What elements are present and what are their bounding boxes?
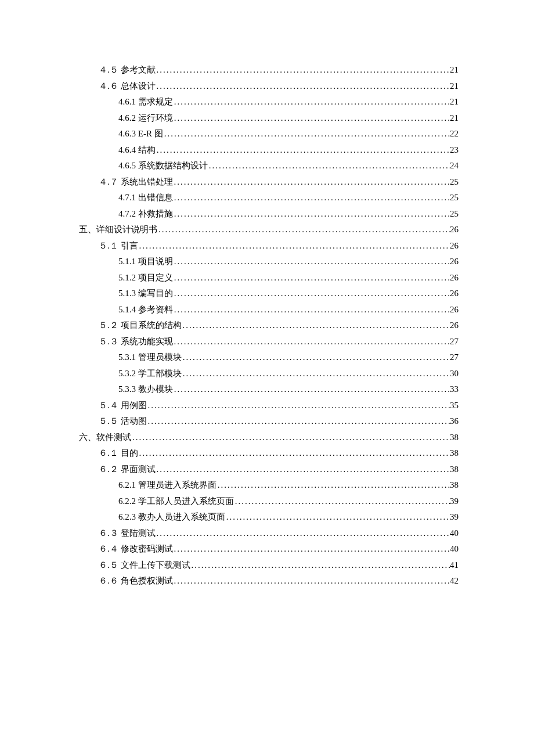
toc-leader: ........................................… [131,430,450,444]
toc-page-number: 33 [450,382,459,396]
toc-title: ６.４ 修改密码测试 [99,542,173,556]
toc-title: 6.2.1 管理员进入系统界面 [118,478,217,492]
document-page: ４.５ 参考文献................................… [0,0,534,756]
toc-row: 4.6.4 结构................................… [79,143,459,157]
toc-leader: ........................................… [173,574,450,588]
toc-page-number: 24 [450,159,459,172]
toc-leader: ........................................… [156,63,450,77]
toc-leader: ........................................… [157,222,450,236]
toc-row: ５.２ 项目系统的结构.............................… [79,318,459,332]
toc-row: 5.1.3 编写目的..............................… [79,286,459,300]
toc-page-number: 26 [450,271,459,285]
toc-row: ６.２ 界面测试................................… [79,462,459,476]
toc-row: ５.１ 引言..................................… [79,239,459,253]
toc-row: 5.3.2 学工部模块.............................… [79,366,459,380]
toc-title: 六、软件测试 [79,430,131,444]
toc-title: ４.７ 系统出错处理 [99,175,173,189]
toc-title: 5.1.1 项目说明 [118,254,173,268]
toc-title: ４.５ 参考文献 [99,63,156,77]
toc-title: 5.1.4 参考资料 [118,303,173,316]
toc-page-number: 38 [450,430,459,444]
toc-row: ５.５ 活动图.................................… [79,414,459,428]
toc-leader: ........................................… [147,414,450,428]
toc-row: 5.3.3 教办模块..............................… [79,382,459,396]
toc-row: 5.1.2 项目定义..............................… [79,271,459,285]
toc-leader: ........................................… [234,494,450,508]
toc-row: 6.2.2 学工部人员进入系统页面.......................… [79,494,459,508]
toc-title: ６.１ 目的 [99,446,138,460]
toc-leader: ........................................… [173,303,450,316]
toc-leader: ........................................… [138,239,450,253]
toc-page-number: 39 [450,494,459,508]
toc-row: ６.１ 目的..................................… [79,446,459,460]
toc-leader: ........................................… [182,318,450,332]
toc-title: 6.2.3 教办人员进入系统页面 [118,510,225,524]
toc-page-number: 40 [450,526,459,540]
toc-page-number: 26 [450,239,459,253]
toc-page-number: 38 [450,478,459,492]
toc-page-number: 38 [450,446,459,460]
toc-page-number: 39 [450,510,459,524]
toc-row: 5.3.1 管理员模块.............................… [79,350,459,364]
toc-page-number: 35 [450,398,459,412]
toc-page-number: 25 [450,207,459,221]
toc-page-number: 26 [450,303,459,316]
toc-page-number: 26 [450,254,459,268]
toc-page-number: 21 [450,111,459,125]
toc-leader: ........................................… [173,382,450,396]
toc-page-number: 36 [450,414,459,428]
toc-leader: ........................................… [173,271,450,285]
toc-leader: ........................................… [156,526,450,540]
toc-leader: ........................................… [173,190,450,204]
toc-title: 6.2.2 学工部人员进入系统页面 [118,494,234,508]
toc-title: ５.３ 系统功能实现 [99,334,173,348]
toc-page-number: 22 [450,127,459,141]
toc-row: 6.2.1 管理员进入系统界面.........................… [79,478,459,492]
toc-title: 4.6.1 需求规定 [118,95,173,109]
toc-page-number: 26 [450,222,459,236]
toc-title: 4.6.5 系统数据结构设计 [118,159,208,172]
toc-leader: ........................................… [147,398,450,412]
toc-leader: ........................................… [156,143,450,157]
toc-row: 6.2.3 教办人员进入系统页面........................… [79,510,459,524]
toc-leader: ........................................… [208,159,450,172]
toc-title: 4.6.2 运行环境 [118,111,173,125]
toc-page-number: 40 [450,542,459,556]
toc-row: 4.6.3 E-R 图.............................… [79,127,459,141]
toc-title: 4.7.2 补救措施 [118,207,173,221]
toc-leader: ........................................… [156,462,450,476]
toc-row: 六、软件测试..................................… [79,430,459,444]
toc-leader: ........................................… [182,366,450,380]
toc-page-number: 30 [450,366,459,380]
toc-leader: ........................................… [182,350,450,364]
toc-row: 4.6.2 运行环境..............................… [79,111,459,125]
toc-row: 4.6.1 需求规定..............................… [79,95,459,109]
toc-page-number: 42 [450,574,459,588]
toc-title: 5.1.3 编写目的 [118,286,173,300]
toc-leader: ........................................… [173,542,450,556]
toc-title: 五、详细设计说明书 [79,222,157,236]
toc-title: 5.3.2 学工部模块 [118,366,182,380]
toc-page-number: 38 [450,462,459,476]
table-of-contents: ４.５ 参考文献................................… [79,63,459,588]
toc-leader: ........................................… [156,79,450,93]
toc-page-number: 27 [450,334,459,348]
toc-leader: ........................................… [190,558,450,572]
toc-row: ５.３ 系统功能实现..............................… [79,334,459,348]
toc-leader: ........................................… [173,334,450,348]
toc-row: ６.６ 角色授权测试..............................… [79,574,459,588]
toc-title: ４.６ 总体设计 [99,79,156,93]
toc-row: 4.6.5 系统数据结构设计..........................… [79,159,459,172]
toc-page-number: 27 [450,350,459,364]
toc-page-number: 23 [450,143,459,157]
toc-row: 五、详细设计说明书...............................… [79,222,459,236]
toc-title: ５.１ 引言 [99,239,138,253]
toc-page-number: 25 [450,190,459,204]
toc-title: 5.3.3 教办模块 [118,382,173,396]
toc-leader: ........................................… [138,446,450,460]
toc-page-number: 41 [450,558,459,572]
toc-leader: ........................................… [163,127,450,141]
toc-leader: ........................................… [173,286,450,300]
toc-title: ５.２ 项目系统的结构 [99,318,182,332]
toc-title: ６.５ 文件上传下载测试 [99,558,190,572]
